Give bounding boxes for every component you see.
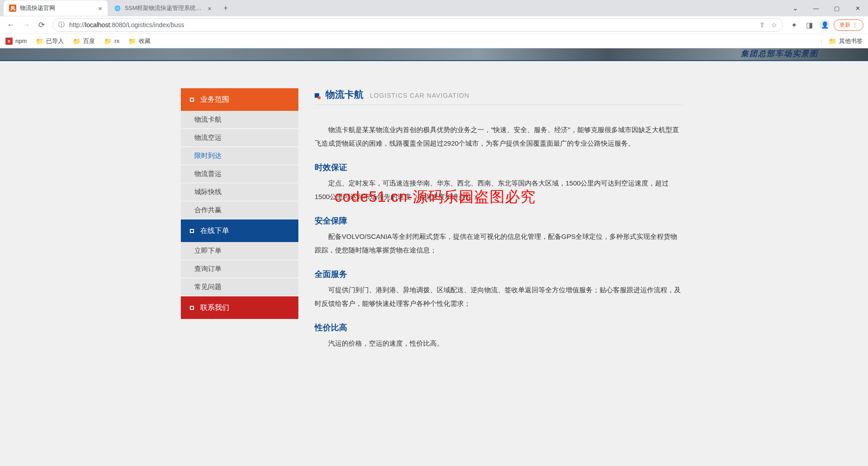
browser-tab-inactive[interactable]: 🌐 SSM框架物流快递管理系统后台 × <box>108 0 217 16</box>
bookmark-rx[interactable]: 📁rx <box>104 38 119 45</box>
browser-chrome: 凤 物流快递官网 × 🌐 SSM框架物流快递管理系统后台 × + ⌄ — ▢ ✕… <box>0 0 868 48</box>
sidebar-heading-business: 业务范围 <box>181 88 298 111</box>
minimize-button[interactable]: — <box>806 0 826 16</box>
separator: | <box>821 38 822 44</box>
title-cn: 物流卡航 <box>326 88 363 101</box>
window-controls: ⌄ — ▢ ✕ <box>785 0 868 16</box>
folder-icon: 📁 <box>73 38 80 45</box>
other-bookmarks[interactable]: 📁其他书签 <box>829 37 863 45</box>
bookmark-baidu[interactable]: 📁百度 <box>73 37 95 45</box>
section-body: 汽运的价格，空运的速度，性价比高。 <box>315 337 683 350</box>
back-button[interactable]: ← <box>5 19 17 31</box>
tab-bar: 凤 物流快递官网 × 🌐 SSM框架物流快递管理系统后台 × + ⌄ — ▢ ✕ <box>0 0 868 16</box>
page-title: 物流卡航 LOGISTICS CAR NAVIGATION <box>315 88 683 101</box>
section-heading-value: 性价比高 <box>315 322 683 333</box>
section-body: 配备VOLVO/SCANIA等全封闭厢式货车，提供在途可视化的信息化管理，配备G… <box>315 230 683 257</box>
section-heading-service: 全面服务 <box>315 269 683 280</box>
close-window-button[interactable]: ✕ <box>847 0 868 16</box>
hero-banner: 集团总部车场实景图 <box>0 48 868 61</box>
tab-title: 物流快递官网 <box>20 5 94 12</box>
folder-icon: 📁 <box>36 38 43 45</box>
sidebar: 业务范围 物流卡航 物流空运 限时到达 物流普运 城际快线 合作共赢 在线下单 … <box>181 88 298 352</box>
intro-paragraph: 物流卡航是某某物流业内首创的极具优势的业务之一，"快速、安全、服务、经济"，能够… <box>315 123 683 150</box>
sidebar-section-order: 在线下单 立即下单 查询订单 常见问题 <box>181 219 298 296</box>
page-content: 业务范围 物流卡航 物流空运 限时到达 物流普运 城际快线 合作共赢 在线下单 … <box>0 61 868 352</box>
title-bullet-icon <box>315 93 319 98</box>
main-content: 物流卡航 LOGISTICS CAR NAVIGATION 物流卡航是某某物流业… <box>315 88 687 352</box>
sidebar-item-general[interactable]: 物流普运 <box>181 165 298 183</box>
bookmark-npm[interactable]: nnpm <box>5 38 27 45</box>
browser-toolbar: ← → ⟳ ⓘ http://localhost:8080/Logistics/… <box>0 16 868 33</box>
share-icon[interactable]: ⇪ <box>760 21 765 29</box>
site-info-icon[interactable]: ⓘ <box>58 21 65 29</box>
tab-title: SSM框架物流快递管理系统后台 <box>125 5 204 12</box>
close-icon[interactable]: × <box>208 5 212 12</box>
divider <box>315 105 683 105</box>
tab-favicon-icon: 凤 <box>9 5 16 12</box>
close-icon[interactable]: × <box>98 5 102 12</box>
sidebar-item-coop[interactable]: 合作共赢 <box>181 201 298 219</box>
extensions-icon[interactable]: ✦ <box>788 19 800 31</box>
section-body: 定点、定时发车，可迅速连接华南、华东、西北、西南、东北等国内各大区域，1500公… <box>315 176 683 204</box>
sidebar-item-faq[interactable]: 常见问题 <box>181 278 298 296</box>
address-bar[interactable]: ⓘ http://localhost:8080/Logistics/index/… <box>52 18 783 32</box>
bullet-icon <box>190 306 194 310</box>
profile-avatar[interactable]: 👤 <box>818 19 831 31</box>
section-heading-safety: 安全保障 <box>315 215 683 226</box>
folder-icon: 📁 <box>829 38 836 45</box>
sidebar-item-air[interactable]: 物流空运 <box>181 129 298 147</box>
folder-icon: 📁 <box>128 38 136 45</box>
menu-dots-icon: ⋮ <box>852 22 858 28</box>
folder-icon: 📁 <box>104 38 112 45</box>
article-body: 物流卡航是某某物流业内首创的极具优势的业务之一，"快速、安全、服务、经济"，能够… <box>315 123 683 350</box>
chevron-down-icon[interactable]: ⌄ <box>785 0 806 16</box>
banner-caption: 集团总部车场实景图 <box>741 48 818 59</box>
bullet-icon <box>190 98 194 102</box>
sidebar-item-timed[interactable]: 限时到达 <box>181 147 298 165</box>
sidebar-heading-order: 在线下单 <box>181 219 298 242</box>
section-heading-timeliness: 时效保证 <box>315 162 683 173</box>
sidebar-heading-contact[interactable]: 联系我们 <box>181 296 298 319</box>
sidebar-section-contact: 联系我们 <box>181 296 298 319</box>
bookmarks-bar: nnpm 📁已导入 📁百度 📁rx 📁收藏 | 📁其他书签 <box>0 33 868 48</box>
section-body: 可提供门到门、港到港、异地调拨、区域配送、逆向物流、签收单返回等全方位增值服务；… <box>315 283 683 310</box>
forward-button[interactable]: → <box>20 19 33 31</box>
sidebar-section-business: 业务范围 物流卡航 物流空运 限时到达 物流普运 城际快线 合作共赢 <box>181 88 298 219</box>
sidebar-item-place-order[interactable]: 立即下单 <box>181 242 298 260</box>
maximize-button[interactable]: ▢ <box>826 0 847 16</box>
browser-tab-active[interactable]: 凤 物流快递官网 × <box>4 0 108 16</box>
npm-icon: n <box>5 38 13 45</box>
sidebar-item-intercity[interactable]: 城际快线 <box>181 183 298 201</box>
title-en: LOGISTICS CAR NAVIGATION <box>370 92 469 99</box>
url-text: http://localhost:8080/Logistics/index/bu… <box>69 21 184 29</box>
bookmark-imported[interactable]: 📁已导入 <box>36 37 64 45</box>
bullet-icon <box>190 229 194 233</box>
new-tab-button[interactable]: + <box>218 4 234 13</box>
reload-button[interactable]: ⟳ <box>35 19 48 31</box>
bookmark-fav[interactable]: 📁收藏 <box>128 37 151 45</box>
sidepanel-icon[interactable]: ◨ <box>803 19 816 31</box>
sidebar-item-query-order[interactable]: 查询订单 <box>181 260 298 278</box>
star-icon[interactable]: ☆ <box>771 21 777 29</box>
globe-icon: 🌐 <box>114 5 121 12</box>
sidebar-item-car-nav[interactable]: 物流卡航 <box>181 111 298 129</box>
update-button[interactable]: 更新⋮ <box>834 19 863 31</box>
